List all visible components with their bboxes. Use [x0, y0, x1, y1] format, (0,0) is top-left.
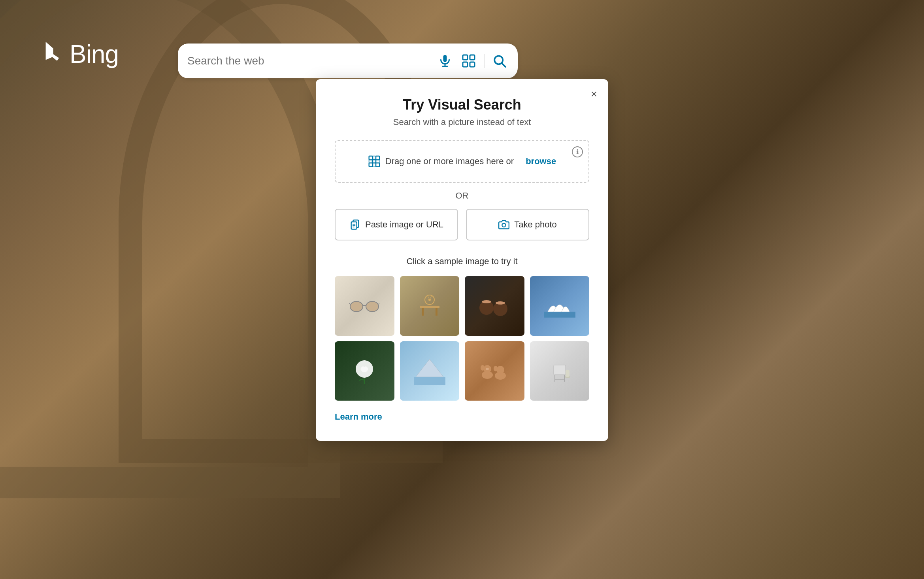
svg-rect-53 [554, 365, 566, 375]
bing-logo-icon [40, 40, 63, 68]
svg-marker-44 [416, 359, 443, 377]
sample-image-3[interactable] [465, 276, 524, 336]
svg-point-37 [482, 300, 491, 303]
sample-image-4[interactable] [530, 276, 590, 336]
svg-point-52 [494, 366, 498, 371]
info-icon[interactable]: ℹ [572, 146, 583, 157]
svg-point-24 [350, 301, 363, 312]
drop-zone-text: Drag one or more images here or browse [345, 155, 579, 168]
visual-search-modal: × Try Visual Search Search with a pictur… [316, 79, 608, 441]
sample-image-1[interactable] [335, 276, 394, 336]
paste-image-button[interactable]: Paste image or URL [335, 209, 458, 240]
divider [484, 54, 485, 68]
svg-rect-12 [369, 160, 372, 163]
svg-rect-16 [373, 163, 376, 167]
sample-image-7-inner [465, 341, 524, 401]
sample-image-5-inner [335, 341, 394, 401]
sample-image-7[interactable] [465, 341, 524, 401]
sample-image-6[interactable] [400, 341, 460, 401]
microphone-button[interactable] [436, 52, 454, 70]
svg-rect-4 [470, 55, 475, 60]
sample-image-3-inner [465, 276, 524, 336]
svg-point-23 [502, 223, 506, 227]
modal-close-button[interactable]: × [588, 87, 600, 101]
modal-content: × Try Visual Search Search with a pictur… [316, 79, 608, 441]
svg-rect-17 [376, 163, 379, 167]
sample-image-2-inner [400, 276, 460, 336]
sample-images-grid [335, 276, 589, 401]
svg-point-25 [366, 301, 379, 312]
svg-rect-29 [420, 306, 439, 308]
or-divider: OR [335, 191, 589, 201]
svg-line-8 [502, 63, 505, 67]
svg-point-51 [496, 366, 504, 374]
sample-images-title: Click a sample image to try it [335, 256, 589, 267]
search-bar-container [178, 44, 518, 78]
louvre-graphic [414, 357, 445, 385]
sample-image-4-inner [530, 276, 590, 336]
photo-button-label: Take photo [514, 219, 557, 230]
opera-house-graphic [544, 294, 575, 318]
svg-rect-15 [369, 163, 372, 167]
microphone-icon [438, 54, 452, 68]
take-photo-button[interactable]: Take photo [466, 209, 589, 240]
search-bar [178, 44, 518, 78]
or-line-left [335, 196, 448, 196]
svg-rect-10 [373, 156, 376, 159]
sample-image-2[interactable] [400, 276, 460, 336]
bing-logo-text: Bing [70, 40, 119, 69]
svg-rect-43 [414, 377, 445, 385]
sample-image-5[interactable] [335, 341, 394, 401]
search-icons [436, 52, 508, 70]
bing-logo: Bing [40, 40, 119, 69]
svg-rect-5 [463, 62, 468, 67]
svg-rect-11 [376, 156, 379, 160]
svg-rect-59 [566, 370, 569, 377]
drop-zone[interactable]: Drag one or more images here or browse ℹ [335, 140, 589, 183]
svg-rect-6 [470, 62, 475, 67]
visual-search-icon [462, 54, 476, 68]
svg-rect-30 [422, 308, 424, 316]
or-text: OR [448, 191, 477, 201]
action-buttons: Paste image or URL Take photo [335, 209, 589, 240]
chair-graphic [546, 357, 573, 385]
svg-rect-14 [376, 160, 379, 163]
drop-zone-instruction: Drag one or more images here or [385, 156, 514, 167]
sample-image-8-inner [530, 341, 590, 401]
coffee-graphic [479, 294, 510, 318]
svg-rect-13 [373, 160, 376, 163]
modal-title: Try Visual Search [335, 96, 589, 113]
search-icon [492, 54, 507, 68]
svg-rect-40 [544, 312, 575, 318]
dining-room-graphic [416, 292, 443, 320]
drag-image-icon [368, 155, 381, 168]
learn-more-link[interactable]: Learn more [335, 412, 382, 422]
sunglasses-graphic [349, 298, 380, 314]
visual-search-button[interactable] [460, 52, 477, 70]
sample-image-8[interactable] [530, 341, 590, 401]
svg-rect-0 [443, 55, 447, 62]
svg-rect-3 [463, 55, 468, 60]
paste-button-label: Paste image or URL [365, 219, 443, 230]
sample-image-6-inner [400, 341, 460, 401]
svg-point-39 [496, 301, 505, 305]
header: Bing [40, 40, 119, 69]
or-line-right [477, 196, 590, 196]
svg-point-48 [481, 365, 485, 371]
svg-rect-9 [369, 156, 372, 160]
camera-icon [498, 219, 509, 230]
sample-image-1-inner [335, 276, 394, 336]
svg-rect-31 [436, 308, 437, 316]
search-button[interactable] [491, 52, 508, 70]
modal-subtitle: Search with a picture instead of text [335, 117, 589, 127]
svg-rect-54 [554, 374, 565, 375]
rose-graphic [353, 357, 376, 385]
paste-icon [349, 219, 360, 230]
browse-link[interactable]: browse [526, 156, 556, 167]
search-input[interactable] [187, 55, 432, 67]
dogs-graphic [479, 359, 510, 383]
